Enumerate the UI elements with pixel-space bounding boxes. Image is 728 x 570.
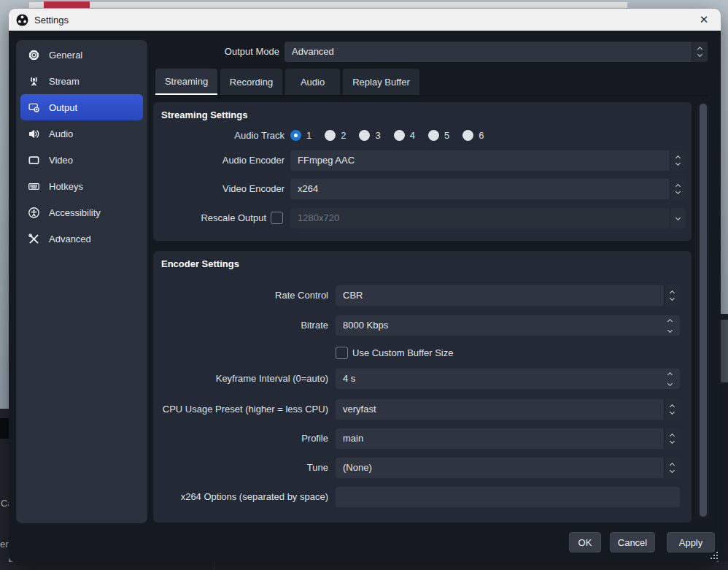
dialog-title: Settings bbox=[34, 15, 69, 26]
monitor-icon bbox=[28, 154, 40, 166]
background-left-band bbox=[0, 418, 9, 439]
cancel-button[interactable]: Cancel bbox=[610, 532, 655, 552]
radio-label: 5 bbox=[444, 130, 449, 141]
spinner-icon[interactable] bbox=[659, 369, 680, 389]
close-icon[interactable]: ✕ bbox=[696, 12, 712, 28]
x264-options-input[interactable] bbox=[336, 487, 680, 507]
radio-label: 6 bbox=[479, 130, 484, 141]
radio-label: 2 bbox=[341, 130, 346, 141]
audio-encoder-label: Audio Encoder bbox=[153, 150, 284, 171]
sidebar-item-label: Video bbox=[49, 155, 73, 166]
sidebar-item-label: Stream bbox=[49, 76, 80, 87]
spinner-icon[interactable] bbox=[692, 42, 708, 62]
tune-label: Tune bbox=[153, 458, 328, 478]
background-text-fragment: er bbox=[0, 539, 9, 550]
bitrate-spinbox[interactable]: 8000 Kbps bbox=[336, 315, 680, 336]
spinner-icon[interactable] bbox=[664, 285, 680, 306]
audio-encoder-value: FFmpeg AAC bbox=[298, 155, 355, 166]
streaming-settings-title: Streaming Settings bbox=[161, 109, 247, 120]
keyframe-interval-label: Keyframe Interval (0=auto) bbox=[153, 369, 328, 389]
sidebar-item-output[interactable]: Output bbox=[20, 94, 143, 120]
tab-label: Recording bbox=[230, 77, 273, 88]
accessibility-icon bbox=[28, 207, 40, 219]
x264-options-label: x264 Options (separated by space) bbox=[153, 487, 328, 507]
apply-button[interactable]: Apply bbox=[667, 532, 715, 552]
tab-recording[interactable]: Recording bbox=[220, 69, 282, 95]
radio-track-3[interactable] bbox=[359, 130, 370, 141]
tune-value: (None) bbox=[343, 462, 372, 473]
tab-baseline bbox=[155, 95, 708, 96]
radio-label: 3 bbox=[375, 130, 380, 141]
tab-streaming[interactable]: Streaming bbox=[155, 69, 217, 95]
sidebar-item-audio[interactable]: Audio bbox=[20, 120, 143, 147]
audio-track-radio-group: 1 2 3 4 5 6 bbox=[290, 130, 492, 141]
keyframe-interval-value: 4 s bbox=[343, 373, 355, 384]
sidebar-item-label: General bbox=[49, 50, 82, 61]
profile-value: main bbox=[343, 433, 363, 444]
spinner-icon[interactable] bbox=[670, 150, 686, 171]
keyframe-interval-spinbox[interactable]: 4 s bbox=[336, 369, 680, 389]
keyboard-icon bbox=[28, 180, 40, 193]
output-mode-value: Advanced bbox=[292, 46, 334, 57]
scrollbar-track[interactable] bbox=[697, 102, 709, 518]
ok-button[interactable]: OK bbox=[569, 532, 601, 552]
sidebar-item-general[interactable]: General bbox=[20, 42, 143, 68]
antenna-icon bbox=[28, 75, 40, 88]
sidebar-item-accessibility[interactable]: Accessibility bbox=[20, 199, 143, 226]
output-mode-label: Output Mode bbox=[155, 42, 279, 62]
rescale-resolution-value: 1280x720 bbox=[298, 212, 339, 223]
background-divider bbox=[214, 562, 214, 570]
output-screen-icon bbox=[28, 101, 40, 114]
bitrate-value: 8000 Kbps bbox=[343, 320, 388, 331]
sidebar-item-label: Audio bbox=[49, 128, 73, 139]
audio-encoder-select[interactable]: FFmpeg AAC bbox=[290, 150, 686, 171]
background-bottom-band bbox=[0, 562, 728, 570]
sidebar-item-label: Output bbox=[49, 102, 77, 113]
sidebar-item-advanced[interactable]: Advanced bbox=[20, 226, 143, 252]
audio-track-label: Audio Track bbox=[153, 127, 284, 145]
dialog-titlebar[interactable]: Settings ✕ bbox=[9, 9, 721, 31]
tab-replay-buffer[interactable]: Replay Buffer bbox=[343, 69, 419, 95]
rate-control-select[interactable]: CBR bbox=[336, 285, 680, 306]
resize-grip[interactable] bbox=[709, 550, 718, 559]
video-encoder-select[interactable]: x264 bbox=[290, 179, 686, 199]
settings-dialog: Settings ✕ General Stream Output bbox=[9, 9, 721, 562]
use-custom-buffer-label: Use Custom Buffer Size bbox=[352, 344, 571, 362]
screen: Ca er Settings ✕ General bbox=[0, 0, 728, 570]
sidebar-item-stream[interactable]: Stream bbox=[20, 68, 143, 94]
profile-select[interactable]: main bbox=[336, 428, 680, 449]
sidebar-item-label: Hotkeys bbox=[49, 181, 83, 192]
spinner-icon[interactable] bbox=[664, 428, 680, 449]
rescale-output-checkbox[interactable] bbox=[271, 212, 283, 224]
spinner-icon[interactable] bbox=[670, 179, 686, 199]
spinner-icon[interactable] bbox=[664, 399, 680, 420]
sidebar-item-hotkeys[interactable]: Hotkeys bbox=[20, 173, 143, 199]
radio-track-2[interactable] bbox=[325, 130, 336, 141]
rescale-resolution-select: 1280x720 bbox=[290, 208, 686, 228]
tune-select[interactable]: (None) bbox=[336, 458, 680, 478]
radio-track-4[interactable] bbox=[394, 130, 405, 141]
scrollbar-thumb[interactable] bbox=[700, 104, 707, 517]
use-custom-buffer-checkbox[interactable] bbox=[336, 347, 348, 359]
streaming-settings-panel: Streaming Settings Audio Track 1 2 3 4 5… bbox=[153, 102, 692, 241]
radio-label: 4 bbox=[410, 130, 415, 141]
obs-logo-icon bbox=[16, 14, 28, 26]
radio-track-5[interactable] bbox=[428, 130, 439, 141]
radio-label: 1 bbox=[306, 130, 311, 141]
output-mode-select[interactable]: Advanced bbox=[284, 42, 708, 62]
rate-control-value: CBR bbox=[343, 290, 363, 301]
radio-track-6[interactable] bbox=[462, 130, 473, 141]
background-red-bar bbox=[44, 1, 90, 8]
tab-audio[interactable]: Audio bbox=[285, 69, 340, 95]
encoder-settings-title: Encoder Settings bbox=[161, 258, 239, 269]
background-right-preview bbox=[720, 320, 728, 382]
profile-label: Profile bbox=[153, 428, 328, 449]
spinner-icon[interactable] bbox=[659, 315, 680, 336]
radio-track-1[interactable] bbox=[290, 130, 301, 141]
sidebar-item-video[interactable]: Video bbox=[20, 147, 143, 173]
tools-icon bbox=[28, 233, 40, 245]
cpu-usage-preset-label: CPU Usage Preset (higher = less CPU) bbox=[153, 399, 328, 420]
tab-label: Replay Buffer bbox=[352, 77, 410, 88]
spinner-icon[interactable] bbox=[664, 458, 680, 478]
cpu-usage-preset-select[interactable]: veryfast bbox=[336, 399, 680, 420]
